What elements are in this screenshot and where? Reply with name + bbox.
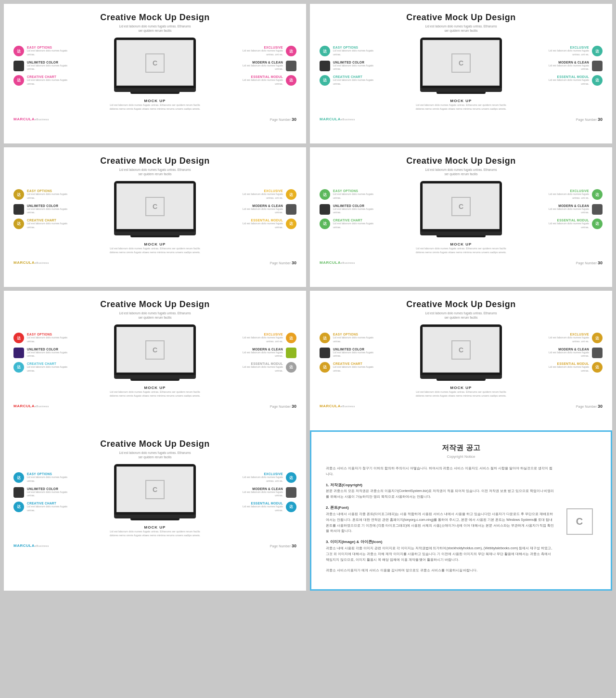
slide-6-body: 达 EASY OPTIONS Lid est laborum dolo nume…: [320, 324, 603, 381]
feature-label-creative-4: CREATIVE CHART: [333, 219, 382, 222]
feature-creative-5: 达 CREATIVE CHART Lid est laborum dolo nu…: [13, 362, 76, 373]
feature-label-creative: CREATIVE CHART: [27, 75, 76, 78]
feature-desc-creative-2: Lid est laborum dolo numes fugats untras…: [333, 78, 382, 86]
feature-icon-unlimited-5: [13, 348, 24, 358]
feature-label-easy-5: EASY OPTIONS: [27, 333, 76, 336]
feature-exclusive-6: 达 EXCLUSIVE Lid est laborum dolo numes f…: [540, 333, 603, 343]
slide-2-title: Creative Mock Up Design: [320, 13, 603, 23]
slide-2-mockup: MOCK UP Lid est laborum dolo numes fugat…: [320, 99, 603, 111]
feature-icon-modern-4: [592, 204, 603, 215]
feature-modern-3: MODERN & CLEAN Lid est laborum dolo nume…: [234, 204, 296, 215]
feature-desc-exclusive-2: Lid est laborum dolo numes fugats untras…: [540, 49, 589, 56]
feature-desc-easy-2: Lid est laborum dolo numes fugats untras…: [333, 49, 382, 56]
feature-label-creative-7: CREATIVE CHART: [27, 502, 76, 505]
slide-3-features-left: 达 EASY OPTIONS Lid est laborum dolo nume…: [13, 189, 76, 229]
page-number: Page Number 30: [270, 117, 296, 122]
feature-text-creative-7: CREATIVE CHART Lid est laborum dolo nume…: [27, 502, 76, 512]
feature-text-essential-3: ESSENTIAL MODUL Lid est laborum dolo num…: [234, 219, 283, 229]
feature-desc-easy-3: Lid est laborum dolo numes fugats untras…: [27, 193, 76, 200]
feature-desc-modern-2: Lid est laborum dolo numes fugats untras…: [540, 64, 589, 71]
slide-7-title: Creative Mock Up Design: [13, 439, 296, 449]
copyright-section1: 1. 저작권(Copyright) 본문 귀중소의 모든 저작권은 귀중소의 이…: [326, 482, 555, 500]
feature-label-exclusive-4: EXCLUSIVE: [540, 189, 589, 193]
feature-text-exclusive-6: EXCLUSIVE Lid est laborum dolo numes fug…: [540, 333, 589, 343]
slide-1-title: Creative Mock Up Design: [13, 13, 296, 23]
mockup-desc: Lid est laborum dolo numes fugats untras…: [88, 103, 222, 111]
feature-label-easy-2: EASY OPTIONS: [333, 46, 382, 49]
feature-essential-2: 达 ESSENTIAL MODUL Lid est laborum dolo n…: [540, 75, 603, 86]
feature-text-unlimited-5: UNLIMITED COLOR Lid est laborum dolo num…: [27, 348, 76, 358]
feature-unlimited-7: UNLIMITED COLOR Lid est laborum dolo num…: [13, 487, 76, 498]
feature-desc-modern-5: Lid est laborum dolo numes fugats untras…: [234, 351, 283, 358]
mockup-desc-6: Lid est laborum dolo numes fugats untras…: [394, 390, 528, 398]
feature-text-modern: MODERN & CLEAN Lid est laborum dolo nume…: [234, 61, 283, 71]
slide-5-title: Creative Mock Up Design: [13, 299, 296, 310]
copyright-text: 귀중소 서비스 이용자가 청구기 이하의 합의하 주의이시 어떻습니다. 하여서…: [326, 465, 555, 578]
feature-label-essential-6: ESSENTIAL MODUL: [540, 362, 589, 365]
mockup-desc-4: Lid est laborum dolo numes fugats untras…: [394, 246, 528, 255]
brand-marcula-6: MARCULAeBusiness: [320, 404, 355, 408]
slide-3-subtitle: Lid est laborum dolo rumes fugats untras…: [13, 168, 296, 176]
slide-2-subtitle: Lid est laborum dolo rumes fugats untras…: [320, 24, 603, 33]
feature-icon-modern: [286, 61, 296, 71]
feature-desc-unlimited-3: Lid est laborum dolo numes fugats untras…: [27, 207, 76, 215]
feature-label-unlimited-6: UNLIMITED COLOR: [333, 348, 382, 351]
feature-text-easy-2: EASY OPTIONS Lid est laborum dolo numes …: [333, 46, 382, 56]
feature-text-easy: EASY OPTIONS Lid est laborum dolo numes …: [27, 46, 76, 56]
feature-creative-2: 达 CREATIVE CHART Lid est laborum dolo nu…: [320, 75, 382, 86]
slide-7-body: 达 EASY OPTIONS Lid est laborum dolo nume…: [13, 464, 296, 520]
feature-unlimited-6: UNLIMITED COLOR Lid est laborum dolo num…: [320, 348, 382, 358]
feature-label-modern: MODERN & CLEAN: [234, 61, 283, 64]
slide-6: Creative Mock Up Design Lid est laborum …: [310, 291, 612, 430]
feature-text-exclusive-5: EXCLUSIVE Lid est laborum dolo numes fug…: [234, 333, 283, 343]
slide-1-features-right: 达 EXCLUSIVE Lid est laborum dolo numes f…: [234, 46, 296, 86]
feature-text-creative: CREATIVE CHART Lid est laborum dolo nume…: [27, 75, 76, 86]
feature-icon-easy-3: 达: [13, 189, 24, 200]
slide-1-laptop: C: [80, 38, 230, 94]
feature-icon-exclusive-4: 达: [592, 189, 603, 200]
slide-2-laptop: C: [386, 38, 536, 94]
page-number-5: Page Number 30: [270, 404, 296, 409]
feature-creative: 达 CREATIVE CHART Lid est laborum dolo nu…: [13, 75, 76, 86]
feature-icon-modern-3: [286, 204, 296, 215]
feature-desc-easy: Lid est laborum dolo numes fugats untras…: [27, 49, 76, 56]
slide-5-features-left: 达 EASY OPTIONS Lid est laborum dolo nume…: [13, 333, 76, 373]
feature-text-unlimited-3: UNLIMITED COLOR Lid est laborum dolo num…: [27, 204, 76, 215]
laptop-4: C: [420, 181, 502, 237]
feature-icon-exclusive-5: 达: [286, 333, 296, 343]
feature-text-exclusive-2: EXCLUSIVE Lid est laborum dolo numes fug…: [540, 46, 589, 56]
mockup-desc-5: Lid est laborum dolo numes fugats untras…: [88, 390, 222, 398]
brand-marcula-7: MARCULAeBusiness: [13, 543, 49, 548]
feature-essential-5: 达 ESSENTIAL MODUL Lid est laborum dolo n…: [234, 362, 296, 373]
feature-icon-essential-2: 达: [592, 75, 603, 86]
feature-creative-3: 达 CREATIVE CHART Lid est laborum dolo nu…: [13, 219, 76, 229]
page-number-6: Page Number 30: [576, 404, 603, 409]
copyright-logo: C: [563, 465, 596, 578]
feature-label-unlimited-7: UNLIMITED COLOR: [27, 487, 76, 491]
feature-icon-creative-2: 达: [320, 75, 330, 86]
feature-label-unlimited-2: UNLIMITED COLOR: [333, 61, 382, 64]
copyright-section3-text: 귀중소 내에 사용된 각종 이미지 관련 이미지로 각 이미지는 저작권법에 의…: [326, 546, 552, 561]
feature-creative-6: 达 CREATIVE CHART Lid est laborum dolo nu…: [320, 362, 382, 373]
feature-icon-exclusive-3: 达: [286, 189, 296, 200]
feature-essential-4: 达 ESSENTIAL MODUL Lid est laborum dolo n…: [540, 219, 603, 229]
slide-4-features-right: 达 EXCLUSIVE Lid est laborum dolo numes f…: [540, 189, 603, 229]
feature-label-essential: ESSENTIAL MODUL: [234, 75, 283, 78]
laptop-6: C: [420, 324, 502, 381]
slide-5-mockup: MOCK UP Lid est laborum dolo numes fugat…: [13, 386, 296, 398]
feature-exclusive-3: 达 EXCLUSIVE Lid est laborum dolo numes f…: [234, 189, 296, 200]
feature-text-creative-6: CREATIVE CHART Lid est laborum dolo nume…: [333, 362, 382, 373]
slide-1-body: 达 EASY OPTIONS Lid est laborum dolo nume…: [13, 38, 296, 94]
brand-marcula: MARCULAeBusiness: [13, 117, 49, 121]
copyright-section1-title: 1. 저작권(Copyright): [326, 483, 362, 487]
feature-desc-exclusive-7: Lid est laborum dolo numes fugats untras…: [234, 476, 283, 483]
feature-easy-options: 达 EASY OPTIONS Lid est laborum dolo nume…: [13, 46, 76, 56]
feature-unlimited-3: UNLIMITED COLOR Lid est laborum dolo num…: [13, 204, 76, 215]
slide-5: Creative Mock Up Design Lid est laborum …: [4, 291, 306, 430]
feature-icon-essential: 达: [286, 75, 296, 86]
feature-label-exclusive: EXCLUSIVE: [234, 46, 283, 49]
feature-icon-unlimited-7: [13, 487, 24, 498]
mockup-desc-2: Lid est laborum dolo numes fugats untras…: [394, 103, 528, 111]
feature-text-creative-2: CREATIVE CHART Lid est laborum dolo nume…: [333, 75, 382, 86]
slide-2-features-left: 达 EASY OPTIONS Lid est laborum dolo nume…: [320, 46, 382, 86]
